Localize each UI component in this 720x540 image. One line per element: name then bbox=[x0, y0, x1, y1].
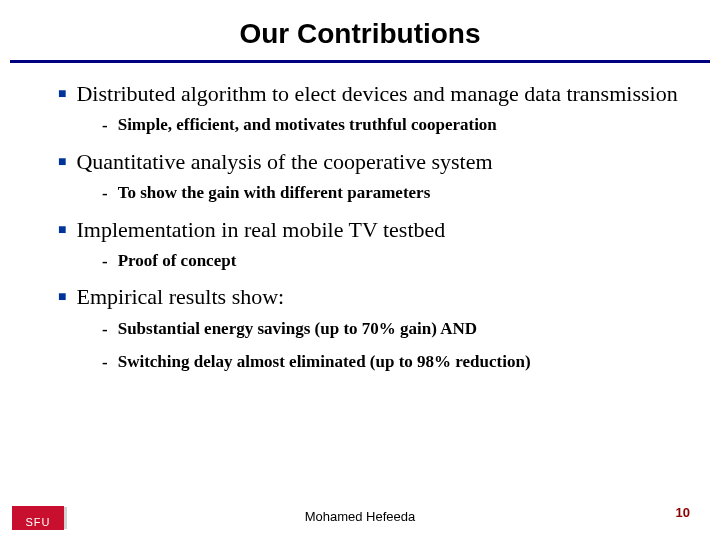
bullet-text: Implementation in real mobile TV testbed bbox=[76, 217, 445, 243]
square-bullet-icon: ■ bbox=[58, 290, 66, 304]
bullet-item: ■ Quantitative analysis of the cooperati… bbox=[58, 149, 680, 175]
sub-item: - To show the gain with different parame… bbox=[102, 183, 680, 204]
square-bullet-icon: ■ bbox=[58, 223, 66, 237]
title-rule bbox=[10, 60, 710, 63]
footer: SFU Mohamed Hefeeda 10 bbox=[0, 500, 720, 530]
bullet-text: Empirical results show: bbox=[76, 284, 284, 310]
square-bullet-icon: ■ bbox=[58, 155, 66, 169]
sub-text: To show the gain with different paramete… bbox=[118, 183, 431, 203]
bullet-item: ■ Implementation in real mobile TV testb… bbox=[58, 217, 680, 243]
footer-author: Mohamed Hefeeda bbox=[0, 509, 720, 524]
bullet-text: Quantitative analysis of the cooperative… bbox=[76, 149, 492, 175]
bullet-item: ■ Distributed algorithm to elect devices… bbox=[58, 81, 680, 107]
square-bullet-icon: ■ bbox=[58, 87, 66, 101]
page-number: 10 bbox=[676, 505, 690, 520]
slide-title: Our Contributions bbox=[0, 0, 720, 60]
bullet-text: Distributed algorithm to elect devices a… bbox=[76, 81, 677, 107]
sub-text: Substantial energy savings (up to 70% ga… bbox=[118, 319, 477, 339]
dash-icon: - bbox=[102, 116, 108, 136]
sub-text: Proof of concept bbox=[118, 251, 237, 271]
dash-icon: - bbox=[102, 184, 108, 204]
sub-text: Switching delay almost eliminated (up to… bbox=[118, 352, 531, 372]
dash-icon: - bbox=[102, 252, 108, 272]
slide-content: ■ Distributed algorithm to elect devices… bbox=[0, 81, 720, 374]
sub-item: - Simple, efficient, and motivates truth… bbox=[102, 115, 680, 136]
dash-icon: - bbox=[102, 320, 108, 340]
dash-icon: - bbox=[102, 353, 108, 373]
sub-text: Simple, efficient, and motivates truthfu… bbox=[118, 115, 497, 135]
sub-item: - Switching delay almost eliminated (up … bbox=[102, 352, 680, 373]
sub-item: - Substantial energy savings (up to 70% … bbox=[102, 319, 680, 340]
slide: Our Contributions ■ Distributed algorith… bbox=[0, 0, 720, 540]
sub-item: - Proof of concept bbox=[102, 251, 680, 272]
bullet-item: ■ Empirical results show: bbox=[58, 284, 680, 310]
